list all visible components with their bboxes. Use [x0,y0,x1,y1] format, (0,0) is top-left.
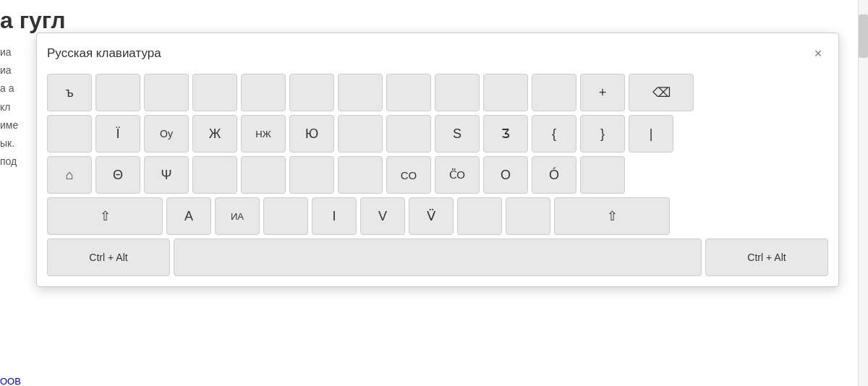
keyboard-title: Русская клавиатура [47,46,161,61]
key-s[interactable]: S [435,115,480,153]
key-r1-5[interactable] [241,74,286,111]
key-zhe[interactable]: Ж [192,115,237,153]
key-r3-4[interactable] [192,156,237,194]
key-ctrl-alt-left[interactable]: Ctrl + Alt [47,239,170,276]
key-row-3: ⌂ Θ Ψ CO C̈O O Ó [47,156,828,194]
key-r1-8[interactable] [386,74,431,111]
key-v[interactable]: V [360,197,405,235]
key-r3-5[interactable] [241,156,286,194]
key-co-diaeresis[interactable]: C̈O [435,156,480,194]
key-pipe[interactable]: | [629,115,673,153]
key-circle-accent[interactable]: Ó [532,156,576,194]
key-yi[interactable]: Ї [95,115,140,153]
keyboard-header: Русская клавиатура × [47,43,828,64]
key-ia[interactable]: ИА [215,197,260,235]
key-psi[interactable]: Ψ [144,156,189,194]
ctrl-alt-left-label: Ctrl + Alt [89,252,127,263]
key-r1-11[interactable] [532,74,576,111]
key-shift-right[interactable]: ⇧ [554,197,670,235]
backspace-icon: ⌫ [652,85,671,100]
key-r1-6[interactable] [289,74,334,111]
key-r3-7[interactable] [338,156,383,194]
key-oy[interactable]: Оу [144,115,189,153]
close-button[interactable]: × [808,43,828,64]
key-r1-3[interactable] [144,74,189,111]
key-r2-1[interactable] [47,115,92,153]
background-sidebar: иа иа а а кл имe ык. под ООВ [0,43,21,386]
background-title: а гугл [0,7,66,34]
key-yu[interactable]: Ю [289,115,334,153]
scrollbar[interactable] [858,0,868,386]
key-hard-sign[interactable]: ъ [47,74,92,111]
key-plus[interactable]: + [580,74,625,111]
key-r1-7[interactable] [338,74,383,111]
key-spacebar[interactable] [174,239,702,276]
key-a-latin[interactable]: A [166,197,211,235]
ctrl-alt-right-label: Ctrl + Alt [747,252,786,263]
scrollbar-thumb[interactable] [859,14,868,58]
key-r1-4[interactable] [192,74,237,111]
key-r2-8[interactable] [386,115,431,153]
key-dze[interactable]: Ӡ [483,115,528,153]
key-co[interactable]: CO [386,156,431,194]
key-row-4: ⇧ A ИА I V V̈ ⇧ [47,197,828,235]
key-r4-4[interactable] [263,197,308,235]
key-v-diaeresis[interactable]: V̈ [409,197,454,235]
key-shift-left[interactable]: ⇧ [47,197,163,235]
key-r4-8[interactable] [457,197,502,235]
key-r2-7[interactable] [338,115,383,153]
key-i-latin[interactable]: I [312,197,357,235]
key-theta[interactable]: Θ [95,156,140,194]
key-r4-9[interactable] [506,197,550,235]
key-r1-10[interactable] [483,74,528,111]
key-r3-12[interactable] [580,156,625,194]
key-home[interactable]: ⌂ [47,156,92,194]
key-r3-6[interactable] [289,156,334,194]
key-brace-right[interactable]: } [580,115,625,153]
keyboard-overlay: Русская клавиатура × ъ + ⌫ Ї Оу Ж [36,33,839,287]
key-nizhe[interactable]: НЖ [241,115,286,153]
key-r1-9[interactable] [435,74,480,111]
key-row-1: ъ + ⌫ [47,74,828,111]
key-circle[interactable]: O [483,156,528,194]
key-backspace[interactable]: ⌫ [629,74,694,111]
key-row-5: Ctrl + Alt Ctrl + Alt [47,239,828,276]
key-row-2: Ї Оу Ж НЖ Ю S Ӡ { } | [47,115,828,153]
keyboard-rows: ъ + ⌫ Ї Оу Ж НЖ Ю S Ӡ [47,74,828,276]
key-ctrl-alt-right[interactable]: Ctrl + Alt [705,239,828,276]
key-brace-left[interactable]: { [532,115,576,153]
key-r1-2[interactable] [95,74,140,111]
